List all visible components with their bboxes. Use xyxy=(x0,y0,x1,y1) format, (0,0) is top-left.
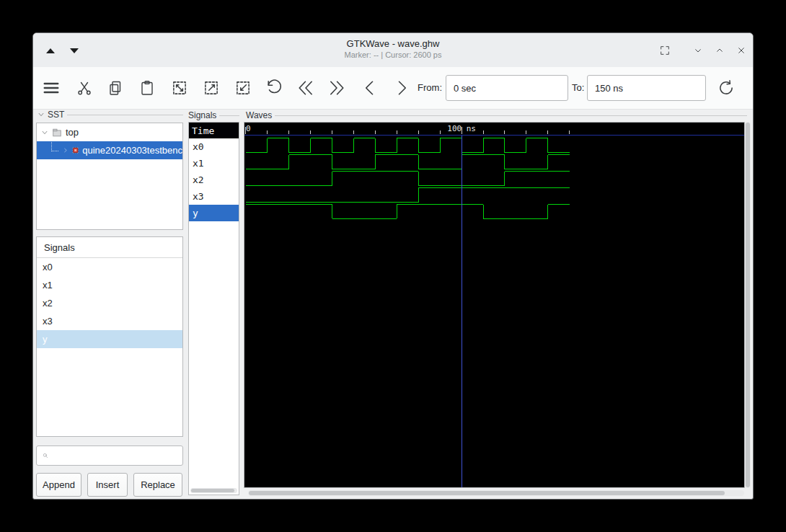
fullscreen-button[interactable] xyxy=(658,43,672,58)
chip-icon xyxy=(71,146,79,155)
name-row-x2[interactable]: x2 xyxy=(189,172,239,188)
zoom-out-button[interactable] xyxy=(233,78,253,98)
tree-item-label: top xyxy=(66,127,79,138)
sst-tree-panel: top quine20240303testbenc xyxy=(36,123,183,230)
window-title: GTKWave - wave.ghw xyxy=(33,38,753,49)
gtkwave-window: GTKWave - wave.ghw Marker: -- | Cursor: … xyxy=(32,32,754,500)
reload-icon xyxy=(717,79,736,97)
undo-arrow-icon xyxy=(265,79,283,97)
marker-cursor-status: Marker: -- | Cursor: 2600 ps xyxy=(33,50,753,59)
jump-to-end-button[interactable] xyxy=(327,78,347,98)
to-label: To: xyxy=(572,82,586,93)
name-row-x1[interactable]: x1 xyxy=(189,155,239,172)
zoom-in-button[interactable] xyxy=(201,78,221,98)
signals-list-header: Signals xyxy=(37,237,182,258)
tree-item-label: quine20240303testbenc xyxy=(82,145,182,156)
time-header[interactable]: Time xyxy=(189,123,239,138)
wave-display[interactable]: 0100 ns xyxy=(244,122,745,488)
signal-list-item-x1[interactable]: x1 xyxy=(37,276,182,294)
wave-vertical-scrollbar[interactable] xyxy=(745,122,751,488)
undo-button[interactable] xyxy=(264,78,284,98)
close-button[interactable] xyxy=(734,43,749,58)
expander-chevron-icon xyxy=(37,111,45,118)
from-label: From: xyxy=(408,82,442,93)
signal-list-item-x2[interactable]: x2 xyxy=(37,294,182,312)
signal-list-item-x3[interactable]: x3 xyxy=(37,312,182,330)
fullscreen-icon xyxy=(659,45,671,56)
search-input[interactable] xyxy=(53,450,182,462)
cut-button[interactable] xyxy=(74,78,94,98)
name-row-x0[interactable]: x0 xyxy=(189,138,239,155)
insert-button[interactable]: Insert xyxy=(87,473,128,497)
signal-list-item-x0[interactable]: x0 xyxy=(37,258,182,276)
reload-button[interactable] xyxy=(716,78,736,98)
copy-button[interactable] xyxy=(105,78,125,98)
names-section-label: Signals xyxy=(188,110,239,120)
zoom-in-icon xyxy=(202,79,221,97)
zoom-out-icon xyxy=(234,79,252,97)
names-horizontal-scrollbar[interactable] xyxy=(190,488,237,493)
append-button[interactable]: Append xyxy=(36,473,81,497)
prev-edge-button[interactable] xyxy=(360,78,380,98)
svg-text:0: 0 xyxy=(246,124,251,133)
search-icon xyxy=(43,451,48,461)
replace-button[interactable]: Replace xyxy=(133,473,182,497)
hamburger-menu-icon xyxy=(42,79,61,97)
double-chevron-left-icon xyxy=(296,78,316,98)
zoom-fit-icon xyxy=(170,79,189,97)
from-input[interactable] xyxy=(446,75,568,101)
scrollbar-thumb[interactable] xyxy=(249,491,725,495)
close-icon xyxy=(736,45,747,56)
toolbar: From: To: xyxy=(33,67,753,110)
name-row-y[interactable]: y xyxy=(189,205,239,221)
copy-icon xyxy=(107,79,124,97)
hierarchy-box-icon xyxy=(52,128,62,138)
to-input[interactable] xyxy=(587,75,706,101)
name-row-x3[interactable]: x3 xyxy=(189,188,239,205)
svg-text:100 ns: 100 ns xyxy=(447,124,476,133)
waveform-canvas[interactable]: 0100 ns xyxy=(244,123,744,487)
wave-horizontal-scrollbar[interactable] xyxy=(248,490,744,496)
tree-collapsed-chevron-icon xyxy=(63,147,69,154)
chevron-left-icon xyxy=(360,78,380,98)
sst-section-label[interactable]: SST xyxy=(37,110,183,120)
tree-connector-line xyxy=(51,142,58,151)
signal-search-box[interactable] xyxy=(36,445,183,466)
signal-names-panel: Time x0 x1 x2 x3 y xyxy=(188,122,239,495)
jump-to-start-button[interactable] xyxy=(296,78,316,98)
scissors-icon xyxy=(76,79,93,97)
clipboard-paste-icon xyxy=(138,79,156,97)
signal-list-item-y[interactable]: y xyxy=(37,330,182,348)
double-chevron-right-icon xyxy=(327,78,347,98)
signals-list-panel: Signals x0 x1 x2 x3 y xyxy=(36,236,183,437)
maximize-button[interactable] xyxy=(712,43,727,58)
scrollbar-thumb[interactable] xyxy=(746,123,750,487)
tree-expanded-chevron-icon xyxy=(41,129,48,136)
waves-section-label: Waves xyxy=(246,110,747,120)
titlebar[interactable]: GTKWave - wave.ghw Marker: -- | Cursor: … xyxy=(33,33,753,67)
chevron-down-icon xyxy=(692,45,704,56)
paste-button[interactable] xyxy=(137,78,157,98)
minimize-button[interactable] xyxy=(691,43,705,58)
tree-item-top[interactable]: top xyxy=(37,123,182,141)
scrollbar-thumb[interactable] xyxy=(191,489,234,492)
zoom-fit-button[interactable] xyxy=(169,78,190,98)
menu-button[interactable] xyxy=(41,78,61,98)
tree-item-testbench[interactable]: quine20240303testbenc xyxy=(37,141,182,159)
chevron-up-icon xyxy=(714,45,725,56)
